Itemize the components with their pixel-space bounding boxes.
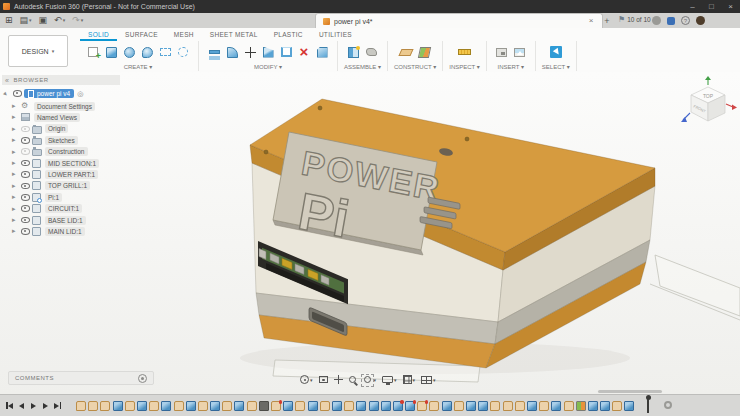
timeline-feature-sketch[interactable] xyxy=(198,401,208,411)
timeline-feature-move[interactable] xyxy=(259,401,269,411)
browser-item-pi-1[interactable]: ▸Pi:1 xyxy=(12,192,62,203)
timeline-feature-sketch[interactable] xyxy=(490,401,500,411)
expand-icon[interactable]: ▸ xyxy=(12,193,21,201)
timeline-feature-sketch[interactable] xyxy=(174,401,184,411)
timeline-feature-feature[interactable] xyxy=(308,401,318,411)
expand-icon[interactable]: ▸ xyxy=(12,113,21,121)
visibility-eye-icon[interactable] xyxy=(21,126,32,133)
visibility-eye-icon[interactable] xyxy=(21,171,32,178)
visibility-eye-icon[interactable] xyxy=(21,183,32,190)
timeline-feature-feature[interactable] xyxy=(588,401,598,411)
timeline-feature-feature[interactable] xyxy=(234,401,244,411)
timeline-feature-feature[interactable] xyxy=(113,401,123,411)
collapse-panel-icon[interactable]: « xyxy=(5,77,10,84)
timeline-feature-feature[interactable] xyxy=(381,401,391,411)
timeline-feature-feature-red[interactable] xyxy=(405,401,415,411)
comments-bar[interactable]: COMMENTS xyxy=(8,371,154,385)
timeline-feature-feature[interactable] xyxy=(600,401,610,411)
expand-icon[interactable]: ▸ xyxy=(12,159,21,167)
timeline-feature-feature[interactable] xyxy=(356,401,366,411)
expand-icon[interactable]: ▸ xyxy=(12,205,21,213)
expand-icon[interactable]: ▸ xyxy=(12,136,21,144)
timeline-feature-feature[interactable] xyxy=(161,401,171,411)
timeline-feature-sketch[interactable] xyxy=(88,401,98,411)
grid-display-button[interactable]: ▾ xyxy=(401,373,418,386)
go-to-end-button[interactable] xyxy=(52,399,63,412)
expand-icon[interactable]: ▸ xyxy=(4,90,13,98)
timeline-feature-sketch[interactable] xyxy=(503,401,513,411)
timeline-feature-sketch-red[interactable] xyxy=(271,401,281,411)
step-forward-button[interactable] xyxy=(40,399,51,412)
timeline-feature-sketch[interactable] xyxy=(247,401,257,411)
browser-item-document-settings[interactable]: ▸⚙Document Settings xyxy=(12,100,95,111)
timeline-options-icon[interactable] xyxy=(664,401,672,409)
browser-item-mid-section-1[interactable]: ▸MID SECTION:1 xyxy=(12,157,99,168)
browser-item-named-views[interactable]: ▸Named Views xyxy=(12,112,80,123)
go-to-start-button[interactable] xyxy=(4,399,15,412)
orbit-button[interactable]: ▾ xyxy=(298,373,315,386)
timeline-playhead[interactable] xyxy=(647,396,649,413)
timeline-feature-sketch[interactable] xyxy=(454,401,464,411)
timeline-feature-sketch[interactable] xyxy=(76,401,86,411)
timeline-feature-sketch[interactable] xyxy=(295,401,305,411)
timeline-feature-sketch[interactable] xyxy=(149,401,159,411)
viewports-button[interactable]: ▾ xyxy=(419,373,438,386)
expand-icon[interactable]: ▸ xyxy=(12,148,21,156)
browser-root[interactable]: ▸ power pi v4 ◎ xyxy=(4,88,154,99)
timeline-feature-feature-red[interactable] xyxy=(393,401,403,411)
timeline-feature-appearance[interactable] xyxy=(576,401,586,411)
expand-icon[interactable]: ▸ xyxy=(12,170,21,178)
timeline-feature-sketch[interactable] xyxy=(429,401,439,411)
timeline-feature-feature[interactable] xyxy=(527,401,537,411)
timeline-scrollbar[interactable] xyxy=(598,390,662,393)
timeline-feature-feature[interactable] xyxy=(478,401,488,411)
look-at-button[interactable] xyxy=(317,373,330,386)
timeline-feature-feature[interactable] xyxy=(442,401,452,411)
expand-icon[interactable]: ▸ xyxy=(12,227,21,235)
visibility-eye-icon[interactable] xyxy=(13,90,24,97)
timeline-feature-sketch[interactable] xyxy=(564,401,574,411)
browser-item-circuit-1[interactable]: ▸CIRCUIT:1 xyxy=(12,203,82,214)
timeline-feature-feature[interactable] xyxy=(551,401,561,411)
timeline-feature-sketch[interactable] xyxy=(344,401,354,411)
timeline-feature-sketch[interactable] xyxy=(320,401,330,411)
step-back-button[interactable] xyxy=(16,399,27,412)
timeline-feature-feature[interactable] xyxy=(137,401,147,411)
visibility-eye-icon[interactable] xyxy=(21,160,32,167)
timeline-feature-feature[interactable] xyxy=(283,401,293,411)
pan-button[interactable] xyxy=(332,373,345,386)
browser-item-lower-part-1[interactable]: ▸LOWER PART:1 xyxy=(12,169,98,180)
timeline-feature-sketch[interactable] xyxy=(515,401,525,411)
zoom-button[interactable] xyxy=(347,373,358,386)
expand-icon[interactable]: ▸ xyxy=(12,182,21,190)
browser-item-construction[interactable]: ▸Construction xyxy=(12,146,88,157)
browser-header[interactable]: « BROWSER xyxy=(2,75,120,85)
timeline-feature-feature[interactable] xyxy=(466,401,476,411)
timeline-feature-feature[interactable] xyxy=(332,401,342,411)
display-settings-button[interactable]: ▾ xyxy=(380,373,399,386)
root-document-pill[interactable]: power pi v4 xyxy=(24,89,74,99)
visibility-eye-icon[interactable] xyxy=(21,148,32,155)
timeline-feature-sketch[interactable] xyxy=(539,401,549,411)
visibility-eye-icon[interactable] xyxy=(21,194,32,201)
browser-item-sketches[interactable]: ▸Sketches xyxy=(12,135,78,146)
timeline-feature-feature[interactable] xyxy=(186,401,196,411)
browser-item-origin[interactable]: ▸Origin xyxy=(12,123,68,134)
play-button[interactable] xyxy=(28,399,39,412)
expand-icon[interactable]: ▸ xyxy=(12,125,21,133)
fit-button[interactable]: ▾ xyxy=(360,373,379,386)
visibility-eye-icon[interactable] xyxy=(21,217,32,224)
view-cube[interactable]: TOP FRONT xyxy=(678,76,738,134)
timeline-feature-sketch[interactable] xyxy=(100,401,110,411)
timeline-feature-sketch[interactable] xyxy=(222,401,232,411)
timeline-feature-feature[interactable] xyxy=(624,401,634,411)
comments-expand-icon[interactable] xyxy=(138,374,147,383)
browser-item-main-lid-1[interactable]: ▸MAIN LID:1 xyxy=(12,226,85,237)
expand-icon[interactable]: ▸ xyxy=(12,102,21,110)
timeline-feature-sketch-red[interactable] xyxy=(417,401,427,411)
expand-icon[interactable]: ▸ xyxy=(12,216,21,224)
visibility-eye-icon[interactable] xyxy=(21,205,32,212)
browser-item-top-grill-1[interactable]: ▸TOP GRILL:1 xyxy=(12,180,90,191)
visibility-eye-icon[interactable] xyxy=(21,228,32,235)
timeline-feature-feature[interactable] xyxy=(210,401,220,411)
